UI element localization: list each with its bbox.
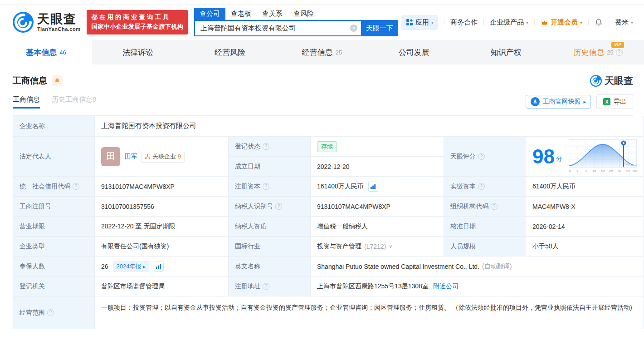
help-icon[interactable]: ? [263, 183, 269, 190]
legal-rep-value: 田 田军 关联企业 9 [95, 137, 229, 177]
reg-authority-label: 登记机关 [13, 277, 95, 297]
help-icon[interactable]: ? [275, 203, 282, 210]
open-vip-menu[interactable]: 开通会员 ▾ [541, 18, 582, 27]
annual-report-badge[interactable]: 2024年报 ▸ [113, 261, 149, 272]
paid-capital-value: 61400万人民币 [526, 177, 644, 197]
slogan-line2: 国家中小企业发展子基金旗下机构 [91, 22, 183, 32]
reg-capital-value: 161400万人民币 [311, 177, 444, 197]
tab-operation-risk[interactable]: 经营风险 [184, 40, 276, 64]
search-tab-boss[interactable]: 查老板 [225, 8, 257, 20]
header: 天眼查 TianYanCha.com 都在用的商业查询工具 国家中小企业发展子基… [0, 5, 644, 40]
subtabs: 工商信息 历史工商信息0 [13, 95, 96, 109]
company-nav-tabs: 基本信息 46 法律诉讼 经营风险 经营信息 25 公司发展 知识产权 VIP … [0, 40, 644, 64]
user-menu[interactable]: 费米 ▾ [615, 18, 633, 27]
export-button[interactable]: X 导出 [596, 94, 633, 109]
tab-legal-lawsuits[interactable]: 法律诉讼 [92, 40, 184, 64]
reg-authority-value: 普陀区市场监督管理局 [95, 277, 229, 297]
svg-text:1: 1 [576, 169, 578, 173]
watermark-swirl-icon [590, 75, 602, 87]
subscribe-bell-icon[interactable] [52, 75, 63, 86]
industry-label: 国标行业 [229, 237, 311, 257]
tab-label: 知识产权 [491, 47, 522, 58]
section-title: 工商信息 [13, 75, 47, 87]
auto-translate-note: (自动翻译) [482, 262, 512, 271]
enterprise-products-menu[interactable]: 企业级产品 ▾ [490, 18, 528, 27]
divider [444, 19, 444, 25]
cooperation-label: 商务合作 [450, 18, 478, 27]
insured-label: 参保人数 [13, 257, 95, 277]
business-scope-label: 经营范围 ? [13, 297, 95, 329]
slogan-line1: 都在用的商业查询工具 [91, 13, 183, 22]
establish-date-value: 2022-12-20 [311, 157, 444, 177]
svg-text:100: 100 [632, 169, 637, 173]
staff-size-value: 小于50人 [526, 237, 644, 257]
notification-bell-icon[interactable] [595, 18, 603, 26]
brand-slogan: 都在用的商业查询工具 国家中小企业发展子基金旗下机构 [87, 10, 188, 35]
related-companies-badge[interactable]: 关联企业 9 [141, 151, 185, 163]
svg-text:97: 97 [618, 169, 621, 173]
legal-rep-link[interactable]: 田军 [125, 153, 137, 161]
help-icon[interactable]: ? [263, 283, 269, 290]
cooperation-menu[interactable]: 商务合作 [450, 18, 478, 27]
nearby-companies-link[interactable]: 附近公司 [433, 282, 459, 291]
tab-basic-info[interactable]: 基本信息 46 [0, 40, 92, 64]
tab-history-info[interactable]: VIP 历史信息 25 ? [552, 40, 644, 64]
reg-status-value: 存续 [311, 137, 444, 157]
establish-date-label: 成立日期 [229, 157, 311, 177]
chevron-down-icon: ▾ [580, 20, 582, 25]
svg-text:85: 85 [610, 169, 613, 173]
vip-badge: VIP [611, 42, 624, 48]
subtab-history-business-info[interactable]: 历史工商信息0 [52, 95, 96, 109]
help-icon[interactable]: ? [616, 49, 623, 56]
page: { "brand": { "logo_text": "天眼查", "logo_d… [0, 0, 644, 341]
tab-company-development[interactable]: 公司发展 [368, 40, 460, 64]
org-code-value: MAC4MPW8-X [526, 197, 644, 217]
tab-intellectual-property[interactable]: 知识产权 [460, 40, 552, 64]
english-name-value: Shanghai Putuo State owned Capital Inves… [311, 257, 644, 277]
related-count: 9 [178, 153, 181, 160]
search-tab-relation[interactable]: 查关系 [257, 8, 288, 20]
insured-chart-icon[interactable] [154, 262, 164, 272]
search-tab-risk[interactable]: 查风险 [288, 8, 319, 20]
search-tab-company[interactable]: 查公司 [194, 8, 225, 20]
help-icon[interactable]: ? [73, 183, 79, 190]
legal-rep-avatar[interactable]: 田 [101, 147, 120, 166]
watermark-text: 天眼查 [605, 74, 633, 87]
official-snapshot-button[interactable]: 工商官网快照 ▸ [526, 95, 591, 109]
company-type-value: 有限责任公司(国有独资) [95, 237, 229, 257]
stamp-icon [531, 97, 540, 106]
chevron-down-icon[interactable]: ∨ [389, 243, 392, 249]
apps-label: 应用 [415, 18, 429, 27]
tab-label: 基本信息 [26, 47, 57, 58]
insured-value: 26 2024年报 ▸ [95, 257, 229, 277]
arrow-right-icon: ▸ [583, 99, 586, 105]
svg-text:3: 3 [585, 169, 586, 173]
business-term-label: 营业期限 [13, 217, 95, 237]
svg-text:50: 50 [601, 169, 605, 173]
company-name-value: 上海普陀国有资本投资有限公司 [95, 116, 644, 137]
export-label: 导出 [614, 98, 626, 106]
reg-number-value: 310107001357556 [95, 197, 229, 217]
tianyancha-logo[interactable]: 天眼查 TianYanCha.com [13, 12, 80, 33]
header-menu: 应用 ▾ 商务合作 企业级产品 ▾ 开通会员 ▾ 费米 [401, 15, 633, 30]
tab-operation-info[interactable]: 经营信息 25 [276, 40, 368, 64]
search-button[interactable]: 天眼一下 [361, 20, 398, 36]
help-icon[interactable]: ? [491, 203, 498, 210]
network-icon [145, 153, 151, 159]
chevron-down-icon: ▾ [431, 20, 434, 25]
search-input[interactable] [194, 20, 361, 36]
help-icon[interactable]: ? [478, 183, 485, 190]
arrow-right-icon: ▸ [143, 264, 146, 269]
capital-chart-icon[interactable] [368, 182, 378, 192]
tab-label: 历史信息 [573, 47, 604, 58]
company-name-label: 企业名称 [13, 116, 95, 137]
crown-icon [541, 19, 548, 26]
clear-icon[interactable]: × [350, 25, 357, 32]
apps-menu[interactable]: 应用 ▾ [401, 15, 438, 30]
help-icon[interactable]: ? [47, 309, 54, 316]
industry-code: (L7212) [364, 243, 386, 250]
help-icon[interactable]: ? [263, 143, 269, 150]
grid-icon [406, 19, 413, 26]
help-icon[interactable]: ? [478, 153, 485, 160]
subtab-business-info[interactable]: 工商信息 [13, 95, 40, 109]
